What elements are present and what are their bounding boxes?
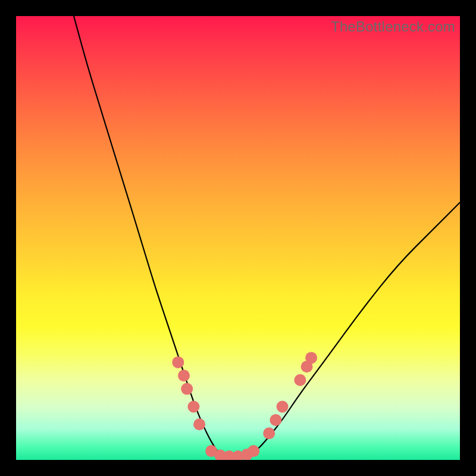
curve-marker <box>294 374 306 386</box>
curve-marker <box>187 401 199 413</box>
plot-area: TheBottleneck.com <box>16 16 460 460</box>
chart-frame: TheBottleneck.com <box>0 0 476 476</box>
curve-marker <box>172 356 184 368</box>
curve-marker <box>248 445 259 457</box>
curve-marker <box>263 427 275 439</box>
curve-marker <box>305 352 317 364</box>
curve-markers <box>172 352 317 460</box>
bottleneck-curve-line <box>74 16 460 458</box>
curve-marker <box>181 383 193 395</box>
curve-marker <box>193 418 205 430</box>
curve-marker <box>270 414 281 426</box>
curve-marker <box>277 401 289 413</box>
curve-marker <box>178 369 190 381</box>
bottleneck-chart-svg <box>16 16 460 460</box>
